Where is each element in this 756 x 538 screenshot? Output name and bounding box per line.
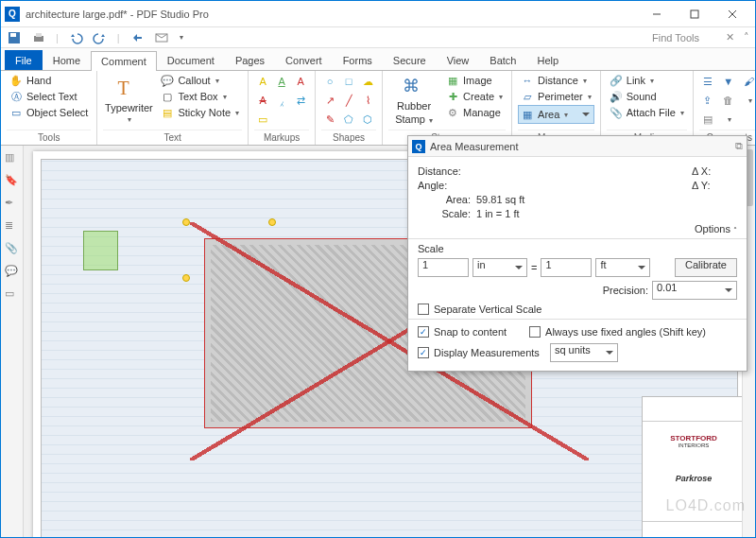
markup-area-icon[interactable]: ▭ xyxy=(254,111,271,128)
comments-panel-icon[interactable]: 💬 xyxy=(5,265,20,280)
comments-flatten-icon[interactable]: ▤ xyxy=(699,111,716,128)
cloud-poly-icon[interactable]: ⬡ xyxy=(359,111,376,128)
tab-file[interactable]: File xyxy=(5,50,43,70)
area-button[interactable]: ▦Area▾ xyxy=(518,105,594,124)
chevron-down-icon: ▾ xyxy=(128,115,131,124)
close-button[interactable] xyxy=(713,1,751,27)
line-icon[interactable]: ╱ xyxy=(340,92,357,109)
tab-forms[interactable]: Forms xyxy=(333,50,383,70)
polygon-icon[interactable]: ⬠ xyxy=(340,111,357,128)
manage-stamp-button[interactable]: ⚙Manage xyxy=(443,105,506,120)
separate-vertical-checkbox[interactable]: Separate Vertical Scale xyxy=(418,304,737,315)
sticky-button[interactable]: ▤Sticky Note▾ xyxy=(158,105,242,120)
panel-logo-icon: Q xyxy=(412,140,425,153)
forms-panel-icon[interactable]: ▭ xyxy=(5,287,20,303)
sound-button[interactable]: 🔊Sound xyxy=(607,89,687,104)
attachments-icon[interactable]: 📎 xyxy=(5,242,20,257)
email-icon[interactable] xyxy=(154,30,169,45)
polyline-icon[interactable]: ⌇ xyxy=(359,92,376,109)
tab-secure[interactable]: Secure xyxy=(383,50,437,70)
comments-delete-icon[interactable]: 🗑 xyxy=(720,92,737,109)
qat-dropdown-icon[interactable]: ▾ xyxy=(180,33,183,42)
options-toggle[interactable]: Options ˄ xyxy=(418,223,737,234)
units-select[interactable]: sq units xyxy=(550,343,618,362)
pages-panel-icon[interactable]: ▥ xyxy=(5,151,20,166)
precision-select[interactable]: 0.01 xyxy=(652,281,737,300)
print-icon[interactable] xyxy=(31,30,46,45)
insert-icon[interactable]: ⁁ xyxy=(273,92,290,109)
redo-icon[interactable] xyxy=(93,30,108,45)
tab-help[interactable]: Help xyxy=(526,50,569,70)
findtools-close-icon[interactable]: ✕ xyxy=(726,31,734,43)
group-comments: ☰ ▼ 🖌 ⇪ 🗑 ▾ ▤ ▾ Comments xyxy=(694,71,756,145)
link-button[interactable]: 🔗Link▾ xyxy=(607,73,687,88)
perimeter-button[interactable]: ▱Perimeter▾ xyxy=(518,89,594,104)
textbox-button[interactable]: ▢Text Box▾ xyxy=(158,89,242,104)
distance-button[interactable]: ↔Distance▾ xyxy=(518,73,594,88)
display-meas-checkbox[interactable]: ✓Display Measurements sq units xyxy=(418,343,737,362)
minimize-button[interactable] xyxy=(638,1,676,27)
layers-icon[interactable]: ≣ xyxy=(5,219,20,234)
circle-icon[interactable]: ○ xyxy=(321,73,338,90)
replace-icon[interactable]: ⇄ xyxy=(292,92,309,109)
deltay-label: Δ Y: xyxy=(692,180,737,191)
scale-to-unit-select[interactable]: ft xyxy=(595,258,650,277)
comments-format-icon[interactable]: 🖌 xyxy=(741,73,756,90)
square-icon[interactable]: □ xyxy=(340,73,357,90)
squiggly-icon[interactable]: A xyxy=(292,73,309,90)
app-logo-icon: Q xyxy=(5,7,20,22)
attach-button[interactable]: 📎Attach File▾ xyxy=(607,105,687,120)
strikeout-icon[interactable]: A xyxy=(254,92,271,109)
brand1: STORTFORD xyxy=(670,434,717,443)
object-select-tool[interactable]: ▭Object Select xyxy=(7,105,91,120)
comments-filter-icon[interactable]: ▼ xyxy=(720,73,737,90)
ribbon-collapse-icon[interactable]: ˄ xyxy=(744,31,749,43)
select-text-tool[interactable]: ⒶSelect Text xyxy=(7,89,91,104)
find-tools-input[interactable]: Find Tools xyxy=(652,32,709,43)
calibrate-button[interactable]: Calibrate xyxy=(675,258,737,277)
scale-from-unit-select[interactable]: in xyxy=(472,258,527,277)
tab-view[interactable]: View xyxy=(437,50,480,70)
hand-tool[interactable]: ✋Hand xyxy=(7,73,91,88)
undo-icon[interactable] xyxy=(68,30,83,45)
callout-icon: 💬 xyxy=(161,74,174,87)
svg-rect-7 xyxy=(36,33,42,37)
tab-pages[interactable]: Pages xyxy=(225,50,275,70)
brand2: Parkrose xyxy=(676,474,713,483)
highlight-icon[interactable]: A xyxy=(254,73,271,90)
image-stamp-button[interactable]: ▦Image xyxy=(443,73,506,88)
rubber-stamp-button[interactable]: ⌘ Rubber Stamp ▾ xyxy=(388,73,439,128)
arrow-icon[interactable]: ↗ xyxy=(321,92,338,109)
callout-button[interactable]: 💬Callout▾ xyxy=(158,73,242,88)
revert-icon[interactable] xyxy=(129,30,145,45)
distance-icon: ↔ xyxy=(521,74,534,87)
comments-export-icon[interactable]: ⇪ xyxy=(699,92,716,109)
group-measure: ↔Distance▾ ▱Perimeter▾ ▦Area▾ Measure xyxy=(512,71,601,145)
tab-batch[interactable]: Batch xyxy=(479,50,526,70)
tab-convert[interactable]: Convert xyxy=(275,50,333,70)
cloud-icon[interactable]: ☁ xyxy=(359,73,376,90)
tab-home[interactable]: Home xyxy=(43,50,91,70)
comments-more-icon[interactable]: ▾ xyxy=(742,92,756,109)
signatures-icon[interactable]: ✒ xyxy=(5,197,20,212)
group-shapes-label: Shapes xyxy=(321,130,376,145)
scale-from-value-input[interactable]: 1 xyxy=(418,258,469,277)
group-stamps: ⌘ Rubber Stamp ▾ ▦Image ✚Create▾ ⚙Manage… xyxy=(383,71,512,145)
typewriter-button[interactable]: T Typewriter ▾ xyxy=(103,73,154,128)
save-icon[interactable] xyxy=(7,30,22,45)
panel-dock-icon[interactable]: ⧉ xyxy=(735,140,743,152)
pencil-icon[interactable]: ✎ xyxy=(321,111,338,128)
scale-to-value-input[interactable]: 1 xyxy=(541,258,592,277)
maximize-button[interactable] xyxy=(676,1,713,27)
snap-checkbox[interactable]: ✓Snap to content xyxy=(418,326,507,338)
area-label: Area xyxy=(538,109,559,120)
fixed-angles-checkbox[interactable]: Always use fixed angles (Shift key) xyxy=(529,326,706,338)
tab-document[interactable]: Document xyxy=(157,50,225,70)
attach-label: Attach File xyxy=(627,107,676,118)
comments-list-icon[interactable]: ☰ xyxy=(699,73,716,90)
select-text-icon: Ⓐ xyxy=(9,90,23,103)
bookmarks-icon[interactable]: 🔖 xyxy=(5,174,20,189)
tab-comment[interactable]: Comment xyxy=(91,51,157,71)
underline-icon[interactable]: A xyxy=(273,73,290,90)
create-stamp-button[interactable]: ✚Create▾ xyxy=(443,89,506,104)
